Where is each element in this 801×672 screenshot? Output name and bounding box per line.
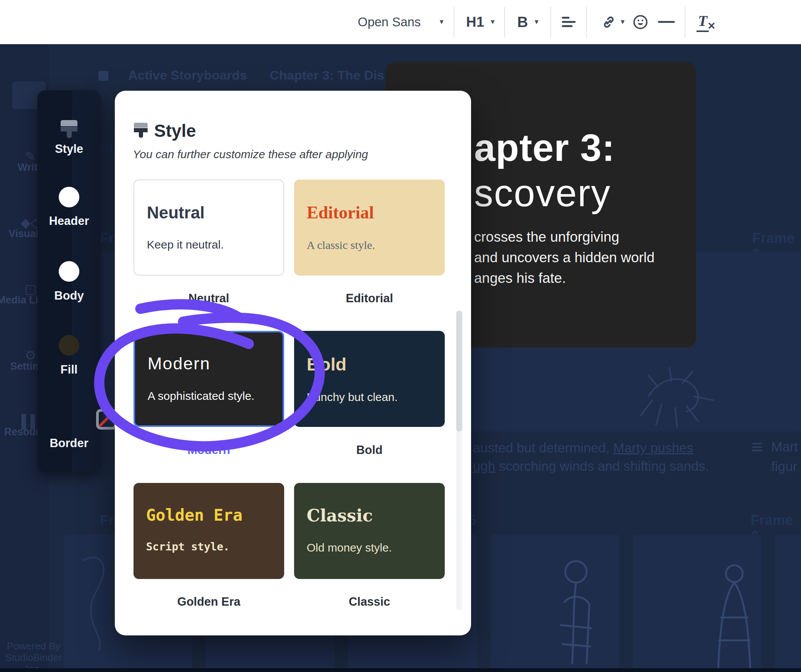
link-button[interactable]: ▼: [601, 0, 626, 44]
storyboard-sketch-figure: [72, 545, 114, 652]
style-caption-neutral: Neutral: [134, 292, 284, 305]
style-brush-icon: [61, 120, 77, 138]
card-tagline: Old money style.: [307, 541, 445, 554]
bottom-edge: [0, 668, 801, 672]
modal-title: Style: [154, 120, 196, 141]
panel-item-style[interactable]: Style: [37, 142, 101, 156]
card-tagline: Script style.: [146, 540, 284, 553]
body-color-swatch[interactable]: [59, 261, 79, 282]
link-icon: [601, 14, 616, 30]
card-tagline: A sophisticated style.: [148, 390, 283, 403]
card-tagline: Keep it neutral.: [147, 238, 283, 251]
horizontal-rule-icon: [658, 21, 675, 23]
border-none-swatch[interactable]: [96, 409, 117, 430]
board-view-icon: [98, 71, 108, 81]
frame-caption-line1: austed but determined, Marty pushes: [473, 440, 693, 455]
style-card-modern[interactable]: Modern A sophisticated style.: [134, 331, 284, 427]
frame-caption-right-line2: figur: [771, 459, 797, 474]
chevron-down-icon: ▼: [489, 18, 496, 26]
card-heading: Neutral: [147, 203, 283, 222]
text-toolbar: Open Sans ▼ H1 ▼ B ▼ ▼: [0, 0, 801, 44]
chevron-down-icon: ▼: [438, 18, 445, 26]
breadcrumb-storyboards: Active Storyboards: [128, 68, 247, 83]
chapter-heading-fragment: apter 3:: [474, 126, 615, 170]
style-card-editorial[interactable]: Editorial A classic style.: [294, 180, 445, 276]
chevron-down-icon: ▼: [533, 18, 540, 26]
marty-pushes-link: Marty pushes: [613, 440, 693, 455]
toolbar-divider: [586, 7, 587, 37]
card-tagline: Punchy but clean.: [307, 391, 445, 404]
toolbar-divider: [454, 7, 454, 37]
brush-icon: [134, 123, 148, 138]
modal-subtitle: You can further customize these after ap…: [133, 148, 368, 161]
storyboard-sketch-creature: [626, 351, 721, 433]
panel-item-border[interactable]: Border: [37, 436, 101, 450]
frame-image: [775, 534, 801, 672]
style-card-neutral[interactable]: Neutral Keep it neutral.: [134, 180, 284, 276]
chapter-body-text: crosses the unforgiving and uncovers a h…: [474, 227, 655, 289]
style-caption-bold: Bold: [294, 443, 445, 457]
align-button[interactable]: [562, 0, 576, 58]
frame-caption-line2: ugh scorching winds and shifting sands.: [473, 459, 709, 474]
chevron-down-icon: ▾: [241, 72, 245, 81]
storyboard-sketch-figure: [700, 557, 769, 672]
style-card-bold[interactable]: Bold Punchy but clean.: [294, 331, 445, 427]
frame-caption-right-line1: Mart: [771, 439, 798, 454]
panel-item-body[interactable]: Body: [37, 289, 101, 303]
toolbar-divider: [504, 7, 505, 37]
chapter-heading-fragment: scovery: [474, 171, 611, 215]
style-side-panel: Style Header Body Fill Border: [37, 90, 101, 472]
style-caption-modern: Modern: [134, 443, 284, 457]
powered-by: Powered By StudioBinder Inc.: [3, 640, 64, 672]
style-caption-golden-era: Golden Era: [134, 595, 284, 609]
card-tagline: A classic style.: [307, 239, 445, 252]
card-heading: Classic: [307, 506, 445, 525]
style-caption-editorial: Editorial: [294, 292, 445, 305]
font-family-select[interactable]: Open Sans ▼: [358, 0, 445, 44]
emoji-icon: [632, 14, 648, 30]
chevron-down-icon: ▼: [619, 18, 626, 26]
header-color-swatch[interactable]: [59, 187, 79, 207]
breadcrumb-chapter: Chapter 3: The Dis: [270, 68, 384, 83]
card-heading: Editorial: [307, 202, 445, 223]
style-card-golden-era[interactable]: Golden Era Script style.: [134, 483, 284, 579]
toolbar-divider: [685, 7, 685, 37]
studiobinder-style-editor: ✎ Write ◆◇ Visualize ▢ Media Library ⚙ S…: [0, 0, 801, 672]
style-card-classic[interactable]: Classic Old money style.: [294, 483, 445, 579]
panel-item-fill[interactable]: Fill: [37, 363, 101, 377]
drag-handle-icon: [752, 443, 762, 453]
fill-color-swatch[interactable]: [59, 335, 79, 356]
heading-level-select[interactable]: H1 ▼: [466, 0, 496, 44]
toolbar-divider: [550, 7, 551, 37]
emoji-button[interactable]: [632, 0, 648, 44]
style-caption-classic: Classic: [294, 595, 445, 609]
storyboard-sketch-figure: [538, 549, 614, 672]
horizontal-rule-button[interactable]: [658, 0, 675, 44]
bold-button[interactable]: B ▼: [517, 0, 540, 44]
style-modal: Style You can further customize these af…: [115, 91, 471, 635]
clear-formatting-button[interactable]: T✕: [696, 0, 716, 44]
card-heading: Bold: [307, 354, 445, 375]
panel-item-header[interactable]: Header: [37, 214, 101, 228]
modal-scrollbar-thumb[interactable]: [456, 311, 462, 431]
card-heading: Modern: [148, 354, 283, 374]
card-heading: Golden Era: [146, 506, 284, 524]
